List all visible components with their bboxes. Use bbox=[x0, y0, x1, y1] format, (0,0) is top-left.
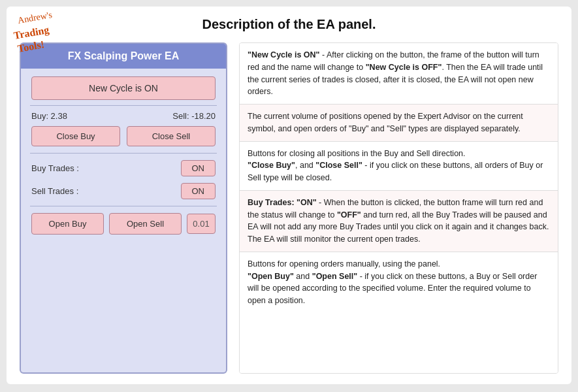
volume-description: The current volume of positions opened b… bbox=[240, 105, 558, 142]
close-sell-button[interactable]: Close Sell bbox=[127, 126, 216, 146]
sell-trades-button[interactable]: ON bbox=[181, 183, 216, 199]
open-orders-description: Buttons for opening orders manually, usi… bbox=[240, 252, 558, 373]
buy-volume-label: Buy: 2.38 bbox=[31, 111, 67, 121]
ea-panel: FX Scalping Power EA New Cycle is ON Buy… bbox=[20, 42, 227, 374]
sell-trades-label: Sell Trades : bbox=[31, 186, 78, 196]
close-buy-button[interactable]: Close Buy bbox=[31, 126, 120, 146]
open-sell-button[interactable]: Open Sell bbox=[109, 213, 182, 235]
description-area: "New Cycle is ON" - After clicking on th… bbox=[239, 42, 558, 374]
svg-text:Andrew's: Andrew's bbox=[17, 10, 53, 25]
volume-display: 0.01 bbox=[187, 214, 216, 234]
page-title: Description of the EA panel. bbox=[20, 17, 558, 32]
svg-text:Trading: Trading bbox=[13, 24, 50, 42]
sell-volume-label: Sell: -18.20 bbox=[172, 111, 216, 121]
open-buy-button[interactable]: Open Buy bbox=[31, 213, 104, 235]
logo: Andrew's Trading Tools! bbox=[12, 9, 97, 55]
buy-trades-button[interactable]: ON bbox=[181, 160, 216, 176]
svg-text:Tools!: Tools! bbox=[17, 39, 46, 54]
buy-trades-description: Buy Trades: "ON" - When the button is cl… bbox=[240, 191, 558, 252]
new-cycle-description: "New Cycle is ON" - After clicking on th… bbox=[240, 43, 558, 105]
close-buttons-description: Buttons for closing all positions in the… bbox=[240, 142, 558, 191]
buy-trades-label: Buy Trades : bbox=[31, 163, 79, 173]
new-cycle-button[interactable]: New Cycle is ON bbox=[31, 76, 216, 100]
